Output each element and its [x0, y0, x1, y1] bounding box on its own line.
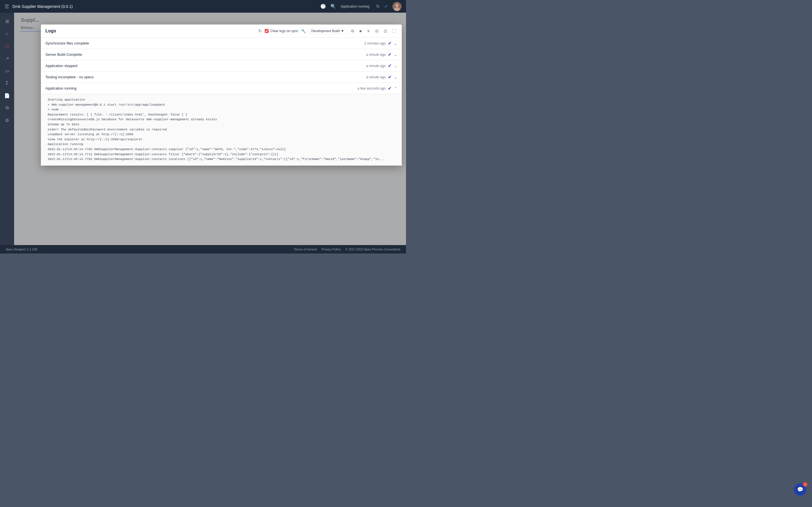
sidebar-icon-alert[interactable]: ⬡: [2, 41, 12, 51]
settings-icon[interactable]: ⚙: [350, 28, 356, 34]
log-entry-running-header[interactable]: Application running a few seconds ago ✔ …: [41, 83, 402, 94]
log-entry-sync-chevron[interactable]: ⌄: [394, 41, 397, 46]
log-entry-build: Server Build Complete a minute ago ✔ ⌄: [41, 49, 402, 60]
log-entry-build-meta: a minute ago ✔ ⌄: [366, 52, 397, 57]
footer-version: Apex Designer 2.1.158: [6, 247, 37, 251]
sidebar-icon[interactable]: ⊟: [374, 28, 380, 34]
log-entry-testing-check: ✔: [388, 74, 392, 80]
logs-refresh-icon[interactable]: ↻: [258, 29, 262, 34]
log-entry-sync-meta: 2 minutes ago ✔ ⌄: [364, 41, 397, 46]
log-entry-build-time: a minute ago: [366, 53, 386, 57]
app-status-text: Application running: [341, 4, 369, 8]
log-entry-running-body: Starting application > dmk-supplier-mana…: [41, 94, 402, 165]
sidebar-icon-share[interactable]: ↗: [2, 53, 12, 63]
log-entry-sync-header[interactable]: Synchronize files complete 2 minutes ago…: [41, 38, 402, 49]
log-entry-stopped-check: ✔: [388, 63, 392, 68]
sidebar-icons: ⊞ ⌂ ⬡ ↗ ▭ Σ 📄 ⧉ ⚙: [0, 13, 14, 245]
modal-title: Logs: [45, 29, 255, 34]
sidebar-icon-monitor[interactable]: ▭: [2, 66, 12, 76]
sidebar-icon-gear[interactable]: ⚙: [2, 115, 12, 125]
log-entry-sync-time: 2 minutes ago: [364, 41, 386, 45]
log-entry-stopped-meta: a minute ago ✔ ⌄: [366, 63, 397, 68]
log-entry-running-check: ✔: [388, 86, 392, 91]
log-entry-running-title: Application running: [45, 86, 357, 91]
close-icon[interactable]: ✕: [366, 28, 371, 34]
log-entry-build-title: Server Build Complete: [45, 52, 366, 57]
modal-header: Logs ↻ Clear logs on sync 🔧 Development …: [41, 24, 402, 38]
log-entry-testing-meta: a minute ago ✔ ⌄: [366, 74, 397, 80]
search-icon[interactable]: 🔍: [331, 4, 336, 9]
check-status-icon[interactable]: ✓: [384, 4, 388, 9]
log-entry-testing-time: a minute ago: [366, 75, 386, 79]
build-select-dropdown[interactable]: Development Build ▼: [309, 28, 347, 34]
log-entry-build-header[interactable]: Server Build Complete a minute ago ✔ ⌄: [41, 49, 402, 60]
log-entry-sync-check: ✔: [388, 41, 392, 46]
svg-point-1: [395, 4, 399, 7]
sidebar-icon-file[interactable]: 📄: [2, 91, 12, 101]
footer-privacy-link[interactable]: Privacy Policy: [321, 247, 341, 251]
app-title: Dmk Supplier Management (0.0.1): [12, 4, 317, 9]
sidebar-icon-sigma[interactable]: Σ: [2, 78, 12, 88]
log-entry-testing-title: Testing incomplete - no specs: [45, 75, 366, 79]
log-entry-build-check: ✔: [388, 52, 392, 57]
modal-header-controls: ↻ Clear logs on sync 🔧 Development Build…: [258, 28, 397, 34]
stop-icon[interactable]: ■: [358, 28, 363, 34]
top-nav-icons: 🕐 🔍 Application running ↻ ✓: [320, 2, 402, 11]
log-entry-testing: Testing incomplete - no specs a minute a…: [41, 71, 402, 83]
log-entry-running: Application running a few seconds ago ✔ …: [41, 83, 402, 166]
log-entry-stopped-header[interactable]: Application stopped a minute ago ✔ ⌄: [41, 60, 402, 71]
fullscreen-icon[interactable]: ⛶: [391, 28, 397, 34]
log-entry-testing-chevron[interactable]: ⌄: [394, 75, 397, 79]
log-entry-stopped-chevron[interactable]: ⌄: [394, 64, 397, 68]
chevron-down-icon: ▼: [341, 29, 344, 33]
sidebar-icon-home[interactable]: ⌂: [2, 29, 12, 39]
expand-icon[interactable]: ⊡: [383, 28, 388, 34]
content-area: Suppl... Behav... Logs ↻ Clear logs on s…: [14, 13, 406, 245]
log-entry-stopped-title: Application stopped: [45, 64, 366, 68]
sidebar-icon-puzzle[interactable]: ⧉: [2, 103, 12, 113]
log-entry-sync-title: Synchronize files complete: [45, 41, 364, 45]
logs-modal: Logs ↻ Clear logs on sync 🔧 Development …: [41, 24, 402, 166]
wrench-icon: 🔧: [301, 29, 306, 33]
log-entry-stopped: Application stopped a minute ago ✔ ⌄: [41, 60, 402, 71]
footer-copyright: © 2017-2022 Apex Process Consultants: [345, 247, 400, 251]
log-entry-testing-header[interactable]: Testing incomplete - no specs a minute a…: [41, 71, 402, 82]
log-entry-running-chevron[interactable]: ⌄: [394, 86, 397, 91]
user-avatar[interactable]: [393, 2, 402, 11]
log-entry-running-meta: a few seconds ago ✔ ⌄: [357, 86, 397, 91]
log-entry-build-chevron[interactable]: ⌄: [394, 52, 397, 57]
log-entry-sync: Synchronize files complete 2 minutes ago…: [41, 38, 402, 49]
history-icon[interactable]: 🕐: [320, 4, 326, 9]
footer-links: Terms of Service Privacy Policy © 2017-2…: [294, 247, 400, 251]
refresh-status-icon[interactable]: ↻: [376, 4, 380, 9]
footer-terms-link[interactable]: Terms of Service: [294, 247, 317, 251]
clear-logs-checkbox[interactable]: [265, 29, 269, 33]
log-entry-running-time: a few seconds ago: [357, 87, 386, 91]
main-layout: ⊞ ⌂ ⬡ ↗ ▭ Σ 📄 ⧉ ⚙ Suppl... Behav... Logs…: [0, 13, 406, 245]
log-entry-stopped-time: a minute ago: [366, 64, 386, 68]
log-entries-list: Synchronize files complete 2 minutes ago…: [41, 38, 402, 166]
hamburger-icon[interactable]: ☰: [4, 3, 9, 10]
footer: Apex Designer 2.1.158 Terms of Service P…: [0, 245, 406, 253]
clear-logs-label[interactable]: Clear logs on sync: [265, 29, 298, 33]
sidebar-icon-grid[interactable]: ⊞: [2, 16, 12, 26]
top-nav: ☰ Dmk Supplier Management (0.0.1) 🕐 🔍 Ap…: [0, 0, 406, 13]
